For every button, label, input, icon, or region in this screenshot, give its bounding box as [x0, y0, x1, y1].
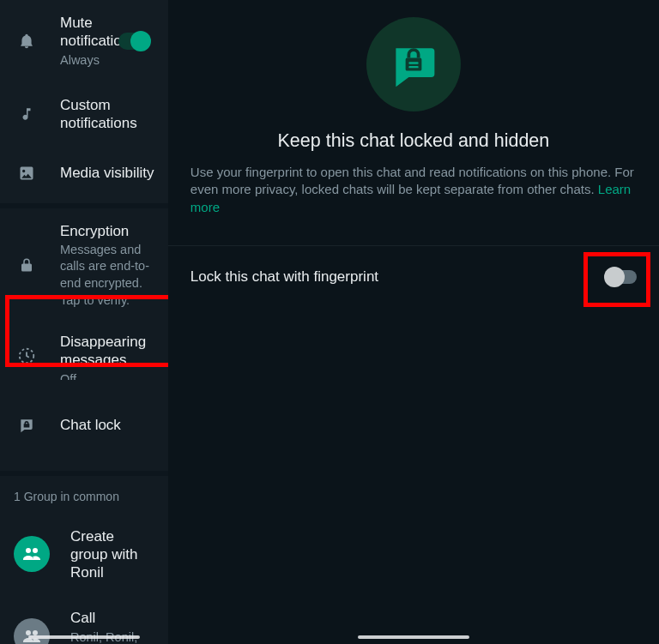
create-group-text: Create group with Ronil — [70, 527, 154, 582]
encryption-row[interactable]: Encryption Messages and calls are end-to… — [0, 208, 168, 323]
timer-icon — [14, 343, 39, 369]
svg-rect-5 — [408, 66, 418, 68]
custom-notifications-row[interactable]: Custom notifications — [0, 82, 168, 147]
custom-title: Custom notifications — [60, 96, 154, 133]
encryption-text: Encryption Messages and calls are end-to… — [60, 222, 154, 310]
chat-lock-body: Use your fingerprint to open this chat a… — [190, 165, 634, 196]
lock-toggle-label: Lock this chat with fingerprint — [190, 268, 378, 286]
svg-rect-3 — [406, 58, 422, 71]
contact-settings-pane: Mute notifications Always Custom notific… — [0, 0, 168, 644]
create-group-row[interactable]: Create group with Ronil — [0, 514, 168, 596]
encryption-title: Encryption — [60, 222, 154, 240]
group-avatar-grey-icon — [14, 618, 50, 645]
chat-lock-icon — [14, 412, 39, 438]
chat-lock-description: Use your fingerprint to open this chat a… — [190, 164, 637, 216]
lock-toggle-row[interactable]: Lock this chat with fingerprint — [168, 245, 659, 308]
gesture-bar — [28, 635, 140, 639]
settings-section-1: Mute notifications Always Custom notific… — [0, 0, 168, 203]
call-group-title: Call — [70, 609, 154, 627]
disappearing-text: Disappearing messages Off — [60, 333, 154, 380]
lock-icon — [14, 252, 39, 278]
chat-lock-hero: Keep this chat locked and hidden Use you… — [168, 0, 659, 232]
chat-lock-title: Chat lock — [60, 416, 154, 434]
encryption-sub: Messages and calls are end-to-end encryp… — [60, 242, 154, 309]
media-title: Media visibility — [60, 164, 154, 182]
bell-icon — [14, 28, 39, 54]
mute-notifications-row[interactable]: Mute notifications Always — [0, 0, 168, 82]
svg-rect-4 — [408, 62, 418, 63]
disappearing-title: Disappearing messages — [60, 333, 154, 370]
group-avatar-icon — [14, 536, 50, 572]
custom-text: Custom notifications — [60, 96, 154, 133]
lock-toggle[interactable] — [606, 270, 637, 284]
mute-toggle[interactable] — [118, 33, 149, 50]
chat-lock-text: Chat lock — [60, 416, 154, 434]
disappearing-row[interactable]: Disappearing messages Off — [0, 322, 168, 380]
chat-lock-detail-pane: Keep this chat locked and hidden Use you… — [168, 0, 659, 644]
media-text: Media visibility — [60, 164, 154, 182]
groups-in-common-label: 1 Group in common — [0, 476, 168, 514]
music-note-icon — [14, 101, 39, 127]
mute-title: Mute notifications — [60, 14, 98, 51]
media-visibility-row[interactable]: Media visibility — [0, 147, 168, 203]
settings-section-2: Encryption Messages and calls are end-to… — [0, 208, 168, 471]
chat-lock-title: Keep this chat locked and hidden — [278, 130, 550, 152]
mute-text: Mute notifications Always — [60, 14, 98, 69]
chat-lock-hero-icon — [366, 17, 461, 111]
gesture-bar — [358, 635, 469, 639]
disappearing-sub: Off — [60, 371, 154, 380]
image-icon — [14, 160, 39, 186]
mute-sub: Always — [60, 52, 98, 69]
create-group-title: Create group with Ronil — [70, 527, 154, 582]
chat-lock-row[interactable]: Chat lock — [0, 380, 168, 471]
